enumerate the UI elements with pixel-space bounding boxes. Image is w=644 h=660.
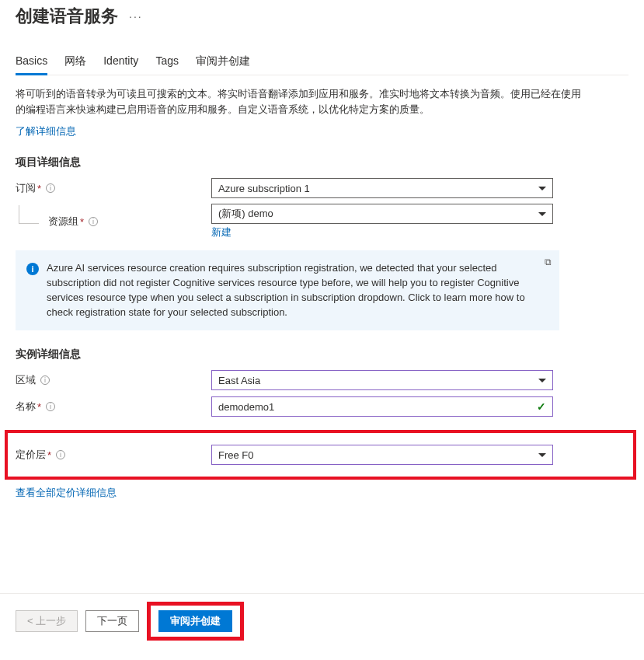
registration-info-box[interactable]: i Azure AI services resource creation re… (16, 250, 559, 330)
chevron-down-icon (538, 187, 546, 190)
pricing-tier-highlight: 定价层 * i Free F0 (5, 430, 636, 480)
info-circle-icon: i (26, 263, 39, 275)
project-details-heading: 项目详细信息 (16, 155, 628, 169)
footer-bar: < 上一步 下一页 审阅并创建 (0, 593, 644, 653)
resource-group-select[interactable]: (新项) demo (211, 204, 553, 224)
tab-basics[interactable]: Basics (16, 50, 47, 75)
pricing-tier-label: 定价层 (16, 448, 46, 462)
required-mark: * (80, 216, 84, 228)
create-new-rg-link[interactable]: 新建 (211, 225, 553, 239)
page-title: 创建语音服务 (16, 5, 118, 28)
check-icon: ✓ (537, 400, 546, 413)
view-pricing-details-link[interactable]: 查看全部定价详细信息 (16, 486, 117, 500)
intro-description: 将可听到的语音转录为可读且可搜索的文本。将实时语音翻译添加到应用和服务。准实时地… (16, 86, 583, 117)
more-actions-icon[interactable]: ··· (129, 10, 143, 23)
tab-network[interactable]: 网络 (64, 50, 86, 75)
chevron-down-icon (538, 453, 546, 457)
pricing-tier-select[interactable]: Free F0 (211, 445, 553, 465)
region-select[interactable]: East Asia (211, 370, 553, 390)
indent-line (19, 205, 39, 224)
info-icon[interactable]: i (56, 450, 65, 459)
external-link-icon[interactable]: ⧉ (545, 257, 552, 267)
info-box-text: Azure AI services resource creation requ… (47, 261, 547, 320)
tab-review-create[interactable]: 审阅并创建 (196, 50, 250, 75)
tab-bar: Basics 网络 Identity Tags 审阅并创建 (16, 50, 628, 75)
tab-identity[interactable]: Identity (103, 50, 138, 75)
info-icon[interactable]: i (40, 375, 50, 385)
required-mark: * (37, 401, 41, 413)
tab-tags[interactable]: Tags (155, 50, 179, 75)
review-create-highlight: 审阅并创建 (147, 602, 244, 641)
region-label: 区域 (16, 373, 36, 387)
resource-group-label: 资源组 (48, 215, 78, 229)
pricing-tier-value: Free F0 (218, 449, 254, 461)
info-icon[interactable]: i (46, 183, 55, 193)
required-mark: * (37, 183, 41, 194)
required-mark: * (47, 449, 51, 461)
region-value: East Asia (218, 375, 260, 386)
previous-button: < 上一步 (16, 610, 78, 632)
review-create-button[interactable]: 审阅并创建 (158, 610, 232, 632)
subscription-value: Azure subscription 1 (218, 183, 310, 194)
resource-group-value: (新项) demo (218, 207, 273, 221)
learn-more-link[interactable]: 了解详细信息 (16, 124, 76, 138)
chevron-down-icon (538, 212, 546, 216)
name-value: demodemo1 (218, 401, 274, 413)
info-icon[interactable]: i (46, 402, 55, 411)
name-input[interactable]: demodemo1 ✓ (211, 396, 553, 417)
chevron-down-icon (538, 379, 546, 382)
instance-details-heading: 实例详细信息 (16, 347, 628, 361)
subscription-label: 订阅 (16, 181, 36, 195)
name-label: 名称 (16, 400, 36, 414)
next-button[interactable]: 下一页 (85, 610, 139, 632)
subscription-select[interactable]: Azure subscription 1 (211, 178, 553, 198)
info-icon[interactable]: i (89, 217, 98, 226)
